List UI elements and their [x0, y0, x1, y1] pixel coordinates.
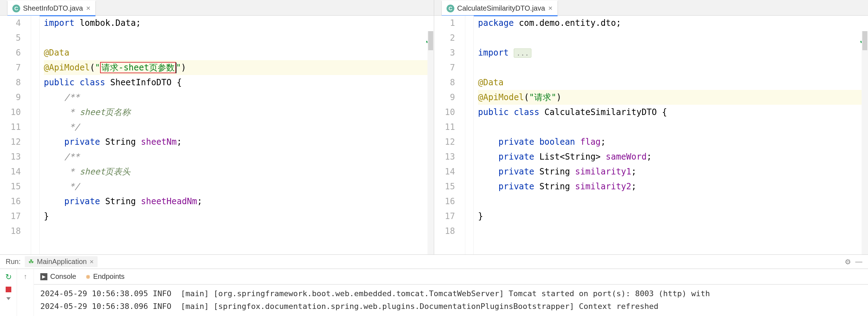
error-stripe[interactable] — [862, 31, 868, 254]
code-line[interactable]: */ — [44, 179, 434, 194]
code-line[interactable]: /** — [44, 90, 434, 105]
console-output[interactable]: 2024-05-29 10:56:38.095 INFO [main] [org… — [34, 285, 868, 316]
exit-icon[interactable] — [6, 297, 11, 300]
line-number: 16 — [434, 194, 455, 209]
code-line[interactable]: import ... — [478, 45, 868, 60]
code-line[interactable]: } — [44, 209, 434, 224]
fold-handle[interactable] — [31, 16, 39, 30]
code-editor-left[interactable]: 456789101112131415161718 import lombok.D… — [0, 16, 434, 254]
fold-handle[interactable] — [465, 149, 473, 164]
code-line[interactable] — [478, 60, 868, 75]
fold-handle[interactable] — [465, 75, 473, 90]
fold-handle[interactable] — [465, 30, 473, 45]
code-token: /** — [64, 92, 80, 102]
code-token: String — [534, 167, 575, 177]
code-token: lombok.Data; — [75, 18, 141, 28]
scroll-thumb[interactable] — [428, 31, 433, 50]
code-editor-right[interactable]: 123789101112131415161718 package com.dem… — [434, 16, 868, 254]
console-tab[interactable]: ▶ Console — [40, 272, 76, 281]
fold-handle[interactable] — [31, 179, 39, 194]
fold-column[interactable] — [465, 16, 474, 254]
code-line[interactable]: private String similarity1; — [478, 164, 868, 179]
code-token: } — [478, 211, 483, 221]
code-token: sheet页表头 — [80, 167, 130, 177]
code-line[interactable] — [478, 224, 868, 239]
code-line[interactable] — [44, 224, 434, 239]
code-token: ) — [181, 63, 186, 73]
code-line[interactable]: } — [478, 209, 868, 224]
fold-handle[interactable] — [465, 60, 473, 75]
code-line[interactable] — [478, 120, 868, 134]
fold-handle[interactable] — [465, 134, 473, 149]
fold-handle[interactable] — [31, 120, 39, 134]
fold-handle[interactable] — [31, 134, 39, 149]
console-tab-label: Console — [50, 272, 76, 281]
stop-icon[interactable] — [6, 287, 11, 292]
code-line[interactable]: */ — [44, 120, 434, 134]
fold-handle[interactable] — [31, 30, 39, 45]
folded-region[interactable]: ... — [514, 48, 531, 58]
fold-handle[interactable] — [465, 45, 473, 60]
endpoints-tab[interactable]: ⎈ Endpoints — [86, 272, 124, 281]
code-line[interactable]: @Data — [478, 75, 868, 90]
fold-handle[interactable] — [465, 16, 473, 30]
fold-handle[interactable] — [31, 164, 39, 179]
minimize-icon[interactable]: — — [855, 258, 862, 266]
code-token: private boolean — [499, 137, 575, 147]
file-tab-calculatesimilaritydto[interactable]: C CalculateSimilarityDTO.java ✕ — [441, 0, 558, 15]
close-icon[interactable]: ✕ — [548, 5, 553, 12]
code-line[interactable]: package com.demo.entity.dto; — [478, 16, 868, 30]
fold-handle[interactable] — [465, 164, 473, 179]
close-icon[interactable]: ✕ — [89, 259, 94, 265]
fold-handle[interactable] — [465, 224, 473, 239]
code-line[interactable] — [44, 30, 434, 45]
code-line[interactable]: private String sheetNm; — [44, 134, 434, 149]
fold-handle[interactable] — [31, 105, 39, 120]
fold-handle[interactable] — [31, 60, 39, 75]
code-line[interactable] — [478, 30, 868, 45]
code-token: sheet页名称 — [80, 107, 130, 117]
fold-handle[interactable] — [465, 105, 473, 120]
code-content[interactable]: package com.demo.entity.dto;import ...@D… — [474, 16, 868, 254]
fold-handle[interactable] — [31, 45, 39, 60]
fold-handle[interactable] — [31, 90, 39, 105]
code-content[interactable]: import lombok.Data;@Data@ApiModel("请求-sh… — [40, 16, 434, 254]
fold-handle[interactable] — [31, 149, 39, 164]
fold-handle[interactable] — [465, 179, 473, 194]
line-number: 15 — [0, 179, 21, 194]
fold-handle[interactable] — [31, 224, 39, 239]
code-line[interactable]: public class SheetInfoDTO { — [44, 75, 434, 90]
editor-split: C SheetInfoDTO.java ✕ 456789101112131415… — [0, 0, 868, 255]
code-line[interactable]: * sheet页表头 — [44, 164, 434, 179]
fold-handle[interactable] — [31, 209, 39, 224]
code-line[interactable]: @ApiModel("请求") — [478, 90, 868, 105]
fold-handle[interactable] — [31, 194, 39, 209]
code-line[interactable]: @ApiModel("请求-sheet页参数") — [44, 60, 434, 75]
code-line[interactable]: private String sheetHeadNm; — [44, 194, 434, 209]
code-line[interactable]: /** — [44, 149, 434, 164]
fold-handle[interactable] — [465, 120, 473, 134]
fold-handle[interactable] — [465, 209, 473, 224]
code-line[interactable]: private List<String> sameWord; — [478, 149, 868, 164]
fold-handle[interactable] — [465, 194, 473, 209]
code-line[interactable]: @Data — [44, 45, 434, 60]
scroll-thumb[interactable] — [862, 31, 867, 50]
gear-icon[interactable]: ⚙ — [845, 258, 851, 266]
file-tab-sheetinfodto[interactable]: C SheetInfoDTO.java ✕ — [7, 0, 96, 15]
code-line[interactable] — [478, 194, 868, 209]
fold-handle[interactable] — [465, 90, 473, 105]
code-line[interactable]: import lombok.Data; — [44, 16, 434, 30]
code-line[interactable]: public class CalculateSimilarityDTO { — [478, 105, 868, 120]
fold-column[interactable] — [31, 16, 40, 254]
error-stripe[interactable] — [427, 31, 434, 254]
rerun-icon[interactable]: ↻ — [5, 272, 12, 282]
scroll-up-icon[interactable]: ↑ — [24, 272, 27, 281]
code-line[interactable]: * sheet页名称 — [44, 105, 434, 120]
run-config-tab[interactable]: ☘ MainApplication ✕ — [25, 256, 98, 267]
code-line[interactable]: private String similarity2; — [478, 179, 868, 194]
code-line[interactable]: private boolean flag; — [478, 134, 868, 149]
fold-handle[interactable] — [31, 75, 39, 90]
close-icon[interactable]: ✕ — [86, 5, 91, 12]
line-number: 3 — [434, 45, 455, 60]
line-number: 14 — [0, 164, 21, 179]
